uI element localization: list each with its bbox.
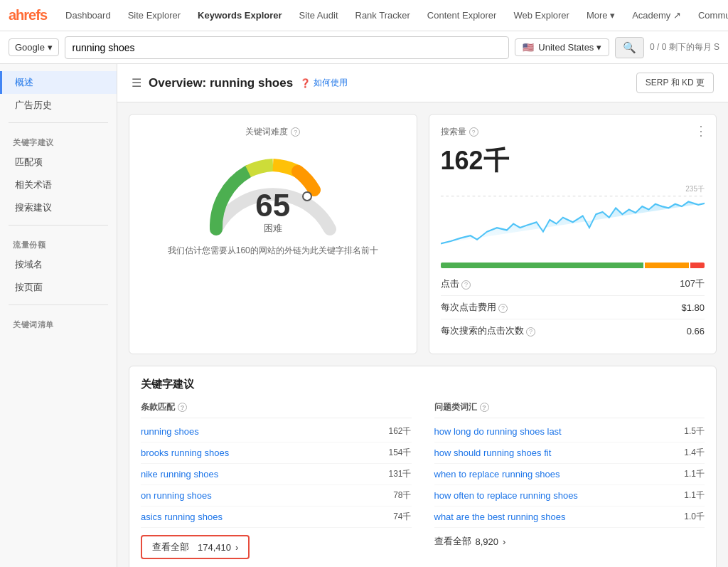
more-dots[interactable]: ⋮: [695, 123, 707, 139]
help-link[interactable]: ❓ 如何使用: [300, 77, 348, 89]
volume-number: 162千: [441, 144, 705, 179]
page-header-left: ☰ Overview: running shoes ❓ 如何使用: [132, 76, 348, 90]
col1-info-icon[interactable]: ?: [178, 403, 187, 412]
keyword-link-1[interactable]: running shoes: [141, 426, 199, 437]
sidebar-item-overview[interactable]: 概述: [0, 71, 117, 94]
q-keyword-link-1[interactable]: how long do running shoes last: [434, 426, 562, 437]
col2-info-icon[interactable]: ?: [480, 403, 489, 412]
q-keyword-link-4[interactable]: how often to replace running shoes: [434, 490, 578, 501]
top-nav: ahrefs Dashboard Site Explorer Keywords …: [0, 0, 728, 31]
clicks-info-icon[interactable]: ?: [461, 280, 471, 290]
serp-button[interactable]: SERP 和 KD 更: [636, 73, 714, 93]
suggestions-col1: 条款匹配 ? running shoes 162千 brooks running…: [141, 401, 412, 559]
keyword-count-1: 162千: [388, 425, 411, 438]
volume-card-title: 搜索量 ?: [441, 126, 705, 138]
view-all-1-count-val: 174,410: [198, 542, 231, 553]
country-label: United States ▾: [538, 42, 601, 53]
list-item: brooks running shoes 154千: [141, 443, 412, 464]
search-input[interactable]: [73, 42, 502, 53]
ctr-info-icon[interactable]: ?: [526, 327, 535, 337]
q-keyword-link-2[interactable]: how should running shoes fit: [434, 447, 552, 458]
sidebar: 概述 广告历史 关键字建议 匹配项 相关术语 搜索建议 流量份额 按域名 按页面…: [0, 64, 117, 567]
search-input-wrap: [65, 36, 510, 59]
cards-area: 关键词难度 ?: [117, 102, 728, 567]
volume-info-icon[interactable]: ?: [469, 127, 478, 137]
volume-card: 搜索量 ? ⋮ 162千 235千: [429, 114, 717, 354]
metric-ctr-label: 每次搜索的点击次数 ?: [441, 324, 536, 337]
col2-header: 问题类词汇 ?: [434, 401, 705, 418]
view-all-1-label: 查看全部: [152, 541, 189, 553]
country-flag: 🇺🇸: [523, 42, 534, 53]
view-all-1-button[interactable]: 查看全部 174,410 ›: [141, 535, 250, 559]
nav-academy[interactable]: Academy ↗: [625, 7, 688, 23]
chart-area: 235千: [441, 184, 705, 255]
sidebar-item-match[interactable]: 匹配项: [0, 151, 117, 174]
metrics-row: 点击 ? 107千 每次点击费用 ? $1.80 每次搜: [441, 272, 705, 342]
nav-rank-tracker[interactable]: Rank Tracker: [348, 7, 417, 23]
nav-dashboard[interactable]: Dashboard: [58, 7, 118, 23]
keyword-link-3[interactable]: nike running shoes: [141, 469, 218, 479]
keyword-link-4[interactable]: on running shoes: [141, 490, 212, 501]
keyword-link-5[interactable]: asics running shoes: [141, 512, 223, 522]
view-all-2-button[interactable]: 查看全部 8,920 ›: [434, 535, 506, 548]
sidebar-item-search-suggestions[interactable]: 搜索建议: [0, 196, 117, 219]
nav-keywords-explorer[interactable]: Keywords Explorer: [191, 7, 289, 23]
main-content: ☰ Overview: running shoes ❓ 如何使用 SERP 和 …: [117, 64, 728, 567]
suggestions-grid: 条款匹配 ? running shoes 162千 brooks running…: [141, 401, 705, 559]
page-header: ☰ Overview: running shoes ❓ 如何使用 SERP 和 …: [117, 64, 728, 102]
gauge-label: 困难: [264, 222, 282, 235]
metric-ctr: 每次搜索的点击次数 ? 0.66: [441, 319, 705, 342]
q-keyword-count-2: 1.4千: [684, 447, 705, 459]
nav-site-audit[interactable]: Site Audit: [292, 7, 346, 23]
sidebar-item-by-domain[interactable]: 按域名: [0, 253, 117, 276]
sidebar-item-ad-history[interactable]: 广告历史: [0, 94, 117, 117]
list-item: when to replace running shoes 1.1千: [434, 464, 705, 485]
nav-site-explorer[interactable]: Site Explorer: [121, 7, 188, 23]
list-item: how long do running shoes last 1.5千: [434, 421, 705, 443]
nav-web-explorer[interactable]: Web Explorer: [506, 7, 577, 23]
q-keyword-link-5[interactable]: what are the best running shoes: [434, 512, 566, 522]
difficulty-description: 我们估计您需要从160的网站的外链为此关键字排名前十: [168, 245, 378, 257]
country-selector[interactable]: 🇺🇸 United States ▾: [515, 38, 609, 56]
q-keyword-count-3: 1.1千: [684, 468, 705, 480]
prog-orange: [645, 263, 688, 268]
page-title: Overview: running shoes: [149, 76, 293, 90]
suggestions-card: 关键字建议 条款匹配 ? running shoes 162千 b: [129, 366, 717, 567]
svg-point-0: [303, 192, 311, 201]
sidebar-section-keyword-list: 关键词清单: [0, 311, 117, 333]
difficulty-info-icon[interactable]: ?: [291, 127, 300, 137]
keyword-count-3: 131千: [388, 468, 411, 480]
q-keyword-link-3[interactable]: when to replace running shoes: [434, 469, 560, 479]
sidebar-section-traffic-share: 流量份额: [0, 231, 117, 253]
metric-cpc-value: $1.80: [681, 302, 705, 313]
sidebar-divider-1: [9, 122, 108, 123]
list-item: nike running shoes 131千: [141, 464, 412, 485]
view-all-2-wrap: 查看全部 8,920 ›: [434, 528, 705, 548]
sidebar-divider-2: [9, 225, 108, 226]
cpc-info-icon[interactable]: ?: [498, 304, 508, 313]
keyword-count-2: 154千: [388, 447, 411, 459]
help-icon: ❓: [300, 78, 311, 88]
hamburger-icon[interactable]: ☰: [132, 76, 141, 90]
metric-clicks-value: 107千: [680, 277, 705, 290]
list-item: asics running shoes 74千: [141, 507, 412, 528]
keyword-link-2[interactable]: brooks running shoes: [141, 447, 229, 458]
metric-clicks: 点击 ? 107千: [441, 272, 705, 296]
engine-dropdown[interactable]: Google ▾: [9, 38, 59, 56]
gauge-number: 65: [255, 188, 290, 223]
view-all-1-wrap: 查看全部 174,410 ›: [141, 528, 412, 559]
nav-content-explorer[interactable]: Content Explorer: [420, 7, 504, 23]
top-row: 关键词难度 ?: [129, 114, 717, 354]
gauge-container: 65 困难: [202, 151, 344, 236]
nav-more[interactable]: More ▾: [579, 7, 622, 23]
sidebar-item-by-page[interactable]: 按页面: [0, 276, 117, 299]
keyword-count-4: 78千: [393, 489, 411, 502]
sidebar-section-keyword-suggestions: 关键字建议: [0, 129, 117, 151]
suggestions-col2: 问题类词汇 ? how long do running shoes last 1…: [434, 401, 705, 559]
search-button[interactable]: 🔍: [615, 37, 644, 58]
sidebar-item-related[interactable]: 相关术语: [0, 174, 117, 196]
nav-community[interactable]: Commu...: [691, 7, 728, 23]
view-all-2-label: 查看全部: [434, 535, 471, 548]
list-item: what are the best running shoes 1.0千: [434, 507, 705, 528]
list-item: on running shoes 78千: [141, 485, 412, 507]
